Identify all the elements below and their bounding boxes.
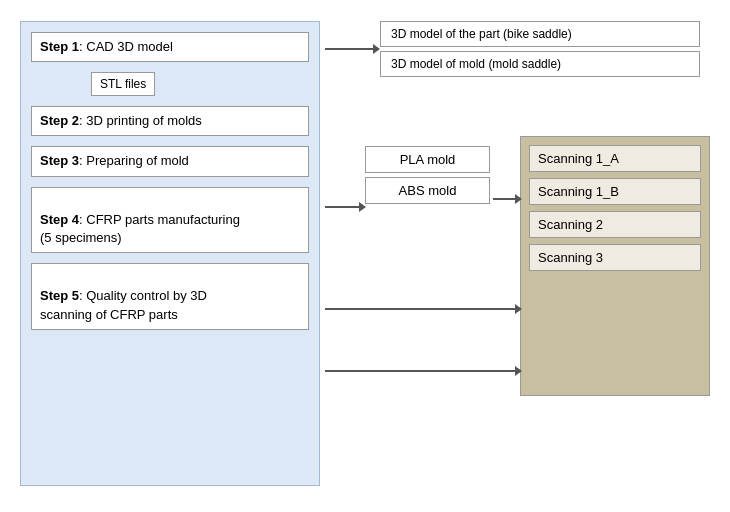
scan1b-label: Scanning 1_B [538, 184, 619, 199]
step3-label: Step 3 [40, 153, 79, 168]
pla-mold-label: PLA mold [400, 152, 456, 167]
pla-mold-box: PLA mold [365, 146, 490, 173]
step4-box: Step 4: CFRP parts manufacturing (5 spec… [31, 187, 309, 254]
step5-label: Step 5 [40, 288, 79, 303]
scanning-panel: Scanning 1_A Scanning 1_B Scanning 2 Sca… [520, 136, 710, 396]
scan2-box: Scanning 2 [529, 211, 701, 238]
step1-label: Step 1 [40, 39, 79, 54]
molds-area: PLA mold ABS mold [365, 146, 490, 208]
cad-box-1: 3D model of the part (bike saddle) [380, 21, 700, 47]
step5-box: Step 5: Quality control by 3D scanning o… [31, 263, 309, 330]
left-panel: Step 1: CAD 3D model STL files Step 2: 3… [20, 21, 320, 486]
abs-mold-box: ABS mold [365, 177, 490, 204]
arrow-step3-scan2 [325, 304, 522, 314]
step2-text: : 3D printing of molds [79, 113, 202, 128]
stl-label: STL files [100, 77, 146, 91]
abs-mold-label: ABS mold [399, 183, 457, 198]
diagram: Step 1: CAD 3D model STL files Step 2: 3… [10, 11, 720, 501]
cad-box-2: 3D model of mold (mold saddle) [380, 51, 700, 77]
step1-box: Step 1: CAD 3D model [31, 32, 309, 62]
scan3-box: Scanning 3 [529, 244, 701, 271]
arrow-step1-cad [325, 44, 380, 54]
cad-box-2-text: 3D model of mold (mold saddle) [391, 57, 561, 71]
scan1a-box: Scanning 1_A [529, 145, 701, 172]
step2-box: Step 2: 3D printing of molds [31, 106, 309, 136]
arrow-step2-molds [325, 202, 366, 212]
cad-outputs: 3D model of the part (bike saddle) 3D mo… [380, 21, 700, 81]
scan1b-box: Scanning 1_B [529, 178, 701, 205]
step3-box: Step 3: Preparing of mold [31, 146, 309, 176]
stl-box: STL files [91, 72, 155, 96]
arrow-step4-scan3 [325, 366, 522, 376]
step4-label: Step 4 [40, 212, 79, 227]
step2-label: Step 2 [40, 113, 79, 128]
scan1a-label: Scanning 1_A [538, 151, 619, 166]
step3-text: : Preparing of mold [79, 153, 189, 168]
scan2-label: Scanning 2 [538, 217, 603, 232]
scan3-label: Scanning 3 [538, 250, 603, 265]
arrow-molds-scanning [493, 194, 522, 204]
cad-box-1-text: 3D model of the part (bike saddle) [391, 27, 572, 41]
step1-text: : CAD 3D model [79, 39, 173, 54]
